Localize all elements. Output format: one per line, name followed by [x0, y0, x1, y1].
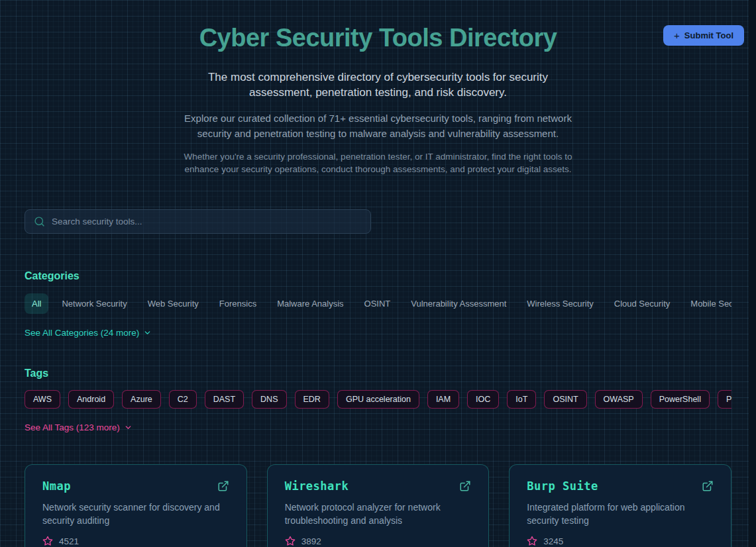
external-link-icon[interactable]: [702, 480, 714, 492]
see-all-tags-button[interactable]: See All Tags (123 more): [25, 423, 133, 432]
tags-heading: Tags: [25, 368, 731, 379]
scrollbar-gutter[interactable]: [749, 0, 756, 547]
tag-pill[interactable]: Android: [68, 390, 114, 409]
hero-description: Explore our curated collection of 71+ es…: [174, 111, 582, 141]
search-bar[interactable]: [25, 209, 371, 234]
tool-description: Network security scanner for discovery a…: [42, 501, 229, 528]
tool-card: Burp Suite Integrated platform for web a…: [509, 464, 731, 547]
categories-heading: Categories: [25, 270, 731, 282]
star-count-value: 4521: [59, 536, 79, 546]
search-icon: [34, 216, 45, 227]
tag-pill[interactable]: AWS: [25, 390, 60, 409]
tool-name: Wireshark: [285, 479, 349, 493]
see-all-tags-label: See All Tags (123 more): [25, 423, 120, 432]
tag-pill[interactable]: DAST: [205, 390, 244, 409]
tool-description: Network protocol analyzer for network tr…: [285, 501, 472, 528]
category-pill[interactable]: Wireless Security: [519, 293, 600, 314]
search-input[interactable]: [52, 217, 362, 226]
cybersecurity-directory-page: + Submit Tool Cyber Security Tools Direc…: [0, 0, 756, 547]
tag-pill[interactable]: GPU acceleration: [337, 390, 419, 409]
chevron-down-icon: [124, 423, 133, 432]
tag-pill[interactable]: OSINT: [544, 390, 586, 409]
submit-tool-button[interactable]: + Submit Tool: [663, 25, 744, 46]
category-pill[interactable]: Forensics: [212, 293, 264, 314]
star-icon: [42, 536, 53, 546]
star-icon: [527, 536, 537, 546]
hero-subtitle: The most comprehensive directory of cybe…: [197, 70, 559, 100]
plus-icon: +: [674, 30, 680, 40]
tag-pill[interactable]: DNS: [252, 390, 286, 409]
tag-filter-list: AWS Android Azure C2 DAST DNS EDR GPU ac…: [25, 390, 731, 409]
category-pill[interactable]: Malware Analysis: [270, 293, 351, 314]
tool-card: Nmap Network security scanner for discov…: [25, 464, 247, 547]
external-link-icon[interactable]: [459, 480, 471, 492]
tool-name: Nmap: [42, 479, 71, 493]
star-count: 3892: [285, 536, 472, 546]
category-pill[interactable]: OSINT: [357, 293, 398, 314]
star-count-value: 3892: [301, 536, 321, 546]
tag-pill[interactable]: IoT: [507, 390, 536, 409]
category-pill[interactable]: Vulnerability Assessment: [404, 293, 513, 314]
star-count: 4521: [42, 536, 229, 546]
category-pill[interactable]: Network Security: [54, 293, 134, 314]
chevron-down-icon: [143, 328, 152, 337]
star-icon: [285, 536, 296, 546]
star-count: 3245: [527, 536, 714, 546]
tag-pill[interactable]: C2: [169, 390, 197, 409]
tag-pill[interactable]: Azure: [122, 390, 161, 409]
tag-pill[interactable]: OWASP: [595, 390, 643, 409]
tag-pill[interactable]: Python security: [718, 390, 731, 409]
tool-card-grid: Nmap Network security scanner for discov…: [25, 464, 731, 547]
tool-card: Wireshark Network protocol analyzer for …: [267, 464, 490, 547]
see-all-categories-button[interactable]: See All Categories (24 more): [25, 328, 152, 338]
tag-pill[interactable]: EDR: [295, 390, 329, 409]
submit-tool-label: Submit Tool: [684, 30, 733, 40]
category-pill[interactable]: Web Security: [140, 293, 206, 314]
star-count-value: 3245: [543, 536, 563, 546]
tag-pill[interactable]: IOC: [467, 390, 499, 409]
category-pill[interactable]: All: [25, 293, 48, 314]
tool-description: Integrated platform for web application …: [527, 501, 714, 528]
tool-name: Burp Suite: [527, 479, 598, 493]
see-all-categories-label: See All Categories (24 more): [25, 328, 139, 338]
category-pill[interactable]: Cloud Security: [607, 293, 678, 314]
page-title: Cyber Security Tools Directory: [25, 24, 731, 52]
tag-pill[interactable]: PowerShell: [651, 390, 710, 409]
hero-tagline: Whether you're a security professional, …: [180, 150, 577, 175]
category-filter-list: All Network Security Web Security Forens…: [25, 293, 731, 314]
tag-pill[interactable]: IAM: [427, 390, 459, 409]
category-pill[interactable]: Mobile Security: [683, 293, 731, 314]
external-link-icon[interactable]: [217, 480, 229, 492]
